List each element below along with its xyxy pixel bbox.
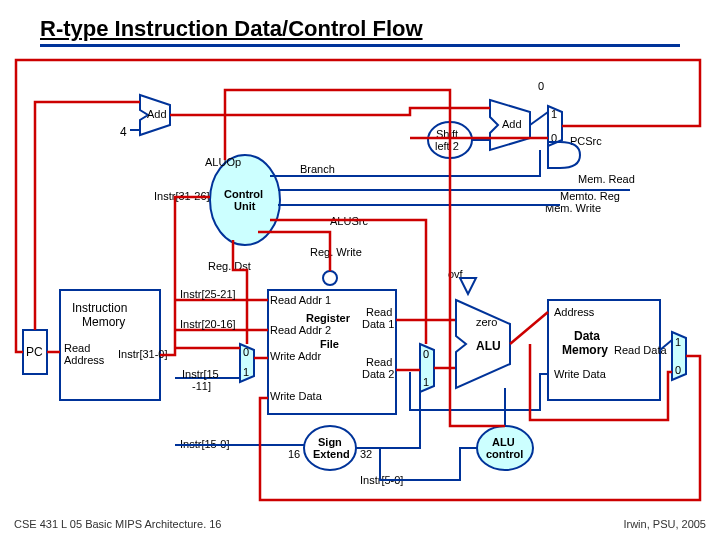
svg-text:1: 1	[675, 336, 681, 348]
svg-text:control: control	[486, 448, 523, 460]
shl-2: left 2	[435, 140, 459, 152]
ra2-label: Read Addr 2	[270, 324, 331, 336]
imem-read-2: Address	[64, 354, 105, 366]
rd1-1: Read	[366, 306, 392, 318]
rs-field: Instr[25-21]	[180, 288, 236, 300]
svg-text:Memory: Memory	[562, 343, 608, 357]
rd2-1: Read	[366, 356, 392, 368]
svg-text:Sign: Sign	[318, 436, 342, 448]
memtoreg-label: Memto. Reg	[560, 190, 620, 202]
rt-field: Instr[20-16]	[180, 318, 236, 330]
control-1: Control	[224, 188, 263, 200]
svg-point-9	[323, 271, 337, 285]
wd-label: Write Data	[270, 390, 323, 402]
svg-text:File: File	[320, 338, 339, 350]
alu-label: ALU	[476, 339, 501, 353]
zero-label: zero	[476, 316, 497, 328]
se-in: 16	[288, 448, 300, 460]
svg-text:1: 1	[423, 376, 429, 388]
imem-label-1: Instruction	[72, 301, 127, 315]
svg-text:0: 0	[243, 346, 249, 358]
add2-label: Add	[502, 118, 522, 130]
rd1-2: Data 1	[362, 318, 394, 330]
svg-text:Data: Data	[574, 329, 600, 343]
se-out: 32	[360, 448, 372, 460]
ra1-label: Read Addr 1	[270, 294, 331, 306]
add1-label: Add	[147, 108, 167, 120]
imem-read-1: Read	[64, 342, 90, 354]
memwrite-label: Mem. Write	[545, 202, 601, 214]
svg-text:1: 1	[243, 366, 249, 378]
pc-label: PC	[26, 345, 43, 359]
svg-text:Extend: Extend	[313, 448, 350, 460]
dmem-addr: Address	[554, 306, 595, 318]
rd2-2: Data 2	[362, 368, 394, 380]
svg-text:Instr[15: Instr[15	[182, 368, 219, 380]
svg-text:0: 0	[675, 364, 681, 376]
aluop-label: ALUOp	[205, 156, 241, 168]
regwrite-label: Reg. Write	[310, 246, 362, 258]
datapath-diagram: PC Instruction Memory Read Address Instr…	[0, 0, 720, 540]
pcsrc-mux-1: 1	[551, 108, 557, 120]
mux0-ext: 0	[538, 80, 544, 92]
dmem-rd: Read Data	[614, 344, 667, 356]
svg-text:-11]: -11]	[192, 380, 211, 392]
branch-label: Branch	[300, 163, 335, 175]
memread-label: Mem. Read	[578, 173, 635, 185]
four-label: 4	[120, 125, 127, 139]
svg-text:0: 0	[423, 348, 429, 360]
imem-label-2: Memory	[82, 315, 125, 329]
dmem-wd: Write Data	[554, 368, 607, 380]
control-2: Unit	[234, 200, 256, 212]
svg-text:Register: Register	[306, 312, 351, 324]
svg-text:ALU: ALU	[492, 436, 515, 448]
wa-label: Write Addr	[270, 350, 321, 362]
